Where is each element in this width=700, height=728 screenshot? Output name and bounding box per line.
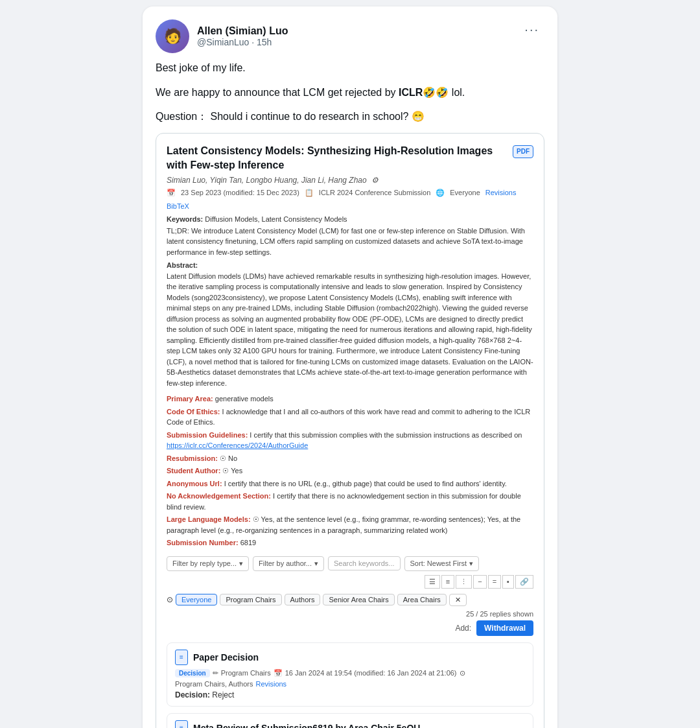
tweet-time: 15h [257,37,272,47]
iclr-bold: ICLR [399,87,423,98]
compact-view-button[interactable]: ≡ [441,575,454,589]
decision-author-tag[interactable]: Program Chairs [221,669,271,677]
keyword-search[interactable]: Search keywords... [328,556,401,570]
paper-keywords: Keywords: Diffusion Models, Latent Consi… [167,215,533,223]
paper-primary-area: Primary Area: generative models [167,393,533,405]
plus-button[interactable]: ▪ [502,575,514,589]
meta-review-title: Meta Review of Submission6819 by Area Ch… [193,723,420,728]
globe-icon: 🌐 [436,189,445,197]
line2-pre: We are happy to announce that LCM get re… [156,87,399,98]
paper-code-of-ethics: Code Of Ethics: I acknowledge that I and… [167,406,533,428]
dropdown-icon3: ▾ [469,559,473,568]
decision-tag[interactable]: Decision [175,669,210,677]
minus-button[interactable]: − [473,575,486,589]
decision-visibility: Program Chairs, Authors [175,680,253,688]
decision-revisions[interactable]: Revisions [255,680,286,688]
paper-title-row: Latent Consistency Models: Synthesizing … [167,144,533,173]
paper-conference[interactable]: ICLR 2024 Conference Submission [319,189,430,196]
paper-date: 23 Sep 2023 (modified: 15 Dec 2023) [181,189,299,196]
tweet-header-left: 🧑 Allen (Simian) Luo @SimianLuo · 15h [156,19,288,53]
view-buttons: ☰ ≡ ⋮ − = ▪ 🔗 [425,575,533,589]
author-settings-icon[interactable]: ⚙ [371,176,379,185]
tag-everyone[interactable]: Everyone [176,594,217,605]
grid-view-button[interactable]: ⋮ [456,575,472,589]
line2-post: lol. [449,87,465,98]
tag-program-chairs[interactable]: Program Chairs [220,594,281,605]
globe-icon2: ⊙ [460,669,465,677]
paper-tldr: TL;DR: We introduce Latent Consistency M… [167,226,533,258]
decision-meta: Decision ✏ Program Chairs 📅 16 Jan 2024 … [175,669,525,688]
tag-bar: ⊙ Everyone Program Chairs Authors Senior… [167,594,533,606]
paper-submission-number: Submission Number: 6819 [167,537,533,548]
equals-button[interactable]: = [488,575,501,589]
meta-review-header: ≡ Meta Review of Submission6819 by Area … [175,720,525,728]
edit-icon: ✏ [213,669,218,677]
reply-type-placeholder: Filter by reply type... [172,559,237,567]
tag-senior-area-chairs[interactable]: Senior Area Chairs [323,594,394,605]
author-filter[interactable]: Filter by author... ▾ [253,556,324,571]
globe-icon-tag: ⊙ [167,595,173,604]
decision-block: ≡ Paper Decision Decision ✏ Program Chai… [167,642,533,707]
decision-content: Decision: Reject [175,690,525,699]
conference-icon: 📋 [305,189,314,197]
user-handle[interactable]: @SimianLuo [197,37,249,47]
decision-date: 16 Jan 2024 at 19:54 (modified: 16 Jan 2… [285,669,457,677]
dropdown-icon: ▾ [239,559,243,568]
tweet-text-line1: Best joke of my life. [156,60,544,76]
tweet-card: 🧑 Allen (Simian) Luo @SimianLuo · 15h ··… [143,6,557,728]
embedded-paper-card: Latent Consistency Models: Synthesizing … [156,133,544,728]
list-view-button[interactable]: ☰ [425,575,440,589]
paper-authors: Simian Luo, Yiqin Tan, Longbo Huang, Jia… [167,176,533,185]
avatar[interactable]: 🧑 [156,19,189,53]
revisions-link[interactable]: Revisions [485,189,517,196]
author-guide-link[interactable]: https://iclr.cc/Conferences/2024/AuthorG… [167,441,308,449]
user-handle-time: @SimianLuo · 15h [197,37,288,47]
paper-no-ack: No Acknowledgement Section: I certify th… [167,491,533,512]
meta-review-block: ≡ Meta Review of Submission6819 by Area … [167,713,533,728]
more-options-button[interactable]: ··· [519,19,544,40]
decision-doc-icon: ≡ [175,650,188,665]
tweet-text-line3: Question： Should i continue to do resear… [156,108,544,125]
calendar-icon: 📅 [167,189,176,197]
sort-select[interactable]: Sort: Newest First ▾ [404,556,479,571]
paper-submission-guidelines: Submission Guidelines: I certify that th… [167,430,533,451]
tweet-text-line2: We are happy to announce that LCM get re… [156,84,544,101]
filter-bar: Filter by reply type... ▾ Filter by auth… [167,556,533,589]
calendar-icon2: 📅 [274,669,283,677]
meta-review-doc-icon: ≡ [175,720,188,728]
withdrawal-button[interactable]: Withdrawal [476,620,533,636]
reply-type-filter[interactable]: Filter by reply type... ▾ [167,556,249,571]
paper-student-author: Student Author: ☉ Yes [167,465,533,476]
line2-emoji: 🤣🤣 [423,87,449,98]
replies-count: 25 / 25 replies shown [167,610,533,618]
paper-title-text[interactable]: Latent Consistency Models: Synthesizing … [167,144,508,173]
user-name[interactable]: Allen (Simian) Luo [197,25,288,37]
decision-title: Paper Decision [193,652,259,663]
paper-llm: Large Language Models: ☉ Yes, at the sen… [167,514,533,535]
tweet-header: 🧑 Allen (Simian) Luo @SimianLuo · 15h ··… [156,19,544,53]
tag-close-button[interactable]: ✕ [449,594,467,606]
link-button[interactable]: 🔗 [515,575,533,589]
dropdown-icon2: ▾ [314,559,318,568]
paper-meta: 📅 23 Sep 2023 (modified: 15 Dec 2023) 📋 … [167,189,533,210]
user-info: Allen (Simian) Luo @SimianLuo · 15h [197,25,288,47]
add-label: Add: [455,624,471,633]
paper-abstract: Abstract: Latent Diffusion models (LDMs)… [167,260,533,388]
avatar-image: 🧑 [156,19,189,53]
author-placeholder: Filter by author... [259,559,312,567]
paper-resubmission: Resubmission: ☉ No [167,453,533,464]
decision-header: ≡ Paper Decision [175,650,525,665]
tag-area-chairs[interactable]: Area Chairs [397,594,447,605]
separator: · [251,37,257,47]
add-withdrawal-section: Add: Withdrawal [167,620,533,636]
tag-authors[interactable]: Authors [285,594,321,605]
paper-audience: Everyone [450,189,480,196]
pdf-badge[interactable]: PDF [513,145,533,158]
paper-anonymous-url: Anonymous Url: I certify that there is n… [167,478,533,489]
bibtex-link[interactable]: BibTeX [167,202,189,210]
